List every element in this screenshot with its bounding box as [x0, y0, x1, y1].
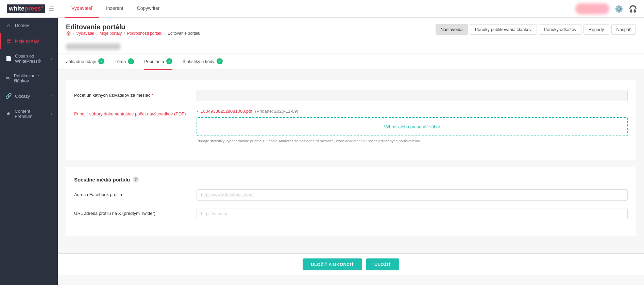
sidebar: ⌂ Domov ☰ Moje portály 📄 Obsah od WhiteP… — [0, 18, 58, 285]
nav-tabs: Vydavateľ Inzerent Copywriter — [65, 0, 575, 18]
info-icon[interactable]: ? — [133, 176, 139, 183]
hamburger-icon[interactable]: ☰ — [49, 5, 54, 13]
content-area: Počet unikátnych užívateľov za mesiac * … — [58, 70, 644, 253]
tab-label: Štatistiky a kódy — [183, 59, 215, 64]
form-tab-popularita[interactable]: Popularita ✓ — [144, 53, 172, 70]
sidebar-item-content-premium[interactable]: ★ Content Premium › — [0, 104, 58, 124]
file-link-row: › 160493382528081000.pdf (Pridané: 2020-… — [197, 109, 628, 114]
page-title-area: Editovanie portálu 🏠 / Vydavateľ / Moje … — [66, 23, 200, 36]
nav-tab-copywriter[interactable]: Copywriter — [130, 0, 167, 18]
sidebar-item-moje-portaly[interactable]: ☰ Moje portály — [0, 33, 58, 49]
attach-files-area: › 160493382528081000.pdf (Pridané: 2020-… — [197, 109, 628, 143]
form-tab-statistiky[interactable]: Štatistiky a kódy ✓ — [183, 53, 223, 70]
facebook-label: Adresa Facebook profilu — [74, 189, 190, 197]
tab-label: Popularita — [144, 59, 164, 64]
upload-zone[interactable]: Vybrať alebo presunúť súbor — [197, 117, 628, 136]
portal-name-blurred — [66, 44, 120, 50]
save-button[interactable]: ULOŽIŤ — [366, 258, 399, 270]
user-avatar — [575, 3, 609, 14]
file-date: (Pridané: 2020-11-09) — [255, 109, 298, 114]
social-section-title: Sociálne médiá portálu ? — [74, 176, 628, 183]
twitter-input[interactable] — [197, 208, 628, 219]
chevron-right-icon: › — [51, 94, 52, 98]
breadcrumb-vydavatel[interactable]: Vydavateľ — [76, 31, 94, 36]
save-end-button[interactable]: ULOŽIŤ A UKONČIŤ — [303, 258, 362, 270]
unique-users-row: Počet unikátnych užívateľov za mesiac * — [74, 90, 628, 101]
nav-tab-inzerent[interactable]: Inzerent — [99, 0, 130, 18]
nav-right: ⚙️ 🎧 — [575, 3, 637, 14]
sidebar-item-label: Moje portály — [15, 38, 39, 44]
twitter-label: URL adresa profilu na X (predtým Twitter… — [74, 208, 190, 216]
premium-icon: ★ — [5, 111, 11, 117]
check-icon-tema: ✓ — [128, 58, 134, 64]
nav-tab-vydavatel[interactable]: Vydavateľ — [65, 0, 99, 18]
content-icon: 📄 — [5, 56, 12, 62]
portal-name-row — [58, 40, 644, 53]
breadcrumb-moje-portaly[interactable]: Moje portály — [100, 31, 122, 36]
chevron-right-icon: › — [51, 112, 52, 116]
upload-hint: Pridajte štatistiky vygenerované priamo … — [197, 139, 628, 143]
page-title: Editovanie portálu — [66, 23, 200, 31]
twitter-input-area — [197, 208, 628, 219]
sidebar-item-obsah[interactable]: 📄 Obsah od WhitePress® › — [0, 49, 58, 68]
breadcrumb-podrobnosti[interactable]: Podrobnosti portálu — [127, 31, 163, 36]
tab-reporty[interactable]: Reporty — [583, 24, 609, 35]
sidebar-item-label: Content Premium — [15, 109, 48, 119]
sidebar-item-odkazy[interactable]: 🔗 Odkazy › — [0, 88, 58, 104]
tab-ponuky-odkazov[interactable]: Ponuky odkazov — [539, 24, 581, 35]
headset-icon[interactable]: 🎧 — [629, 5, 637, 13]
check-icon-popularita: ✓ — [166, 58, 172, 64]
breadcrumb-home-icon: 🏠 — [66, 31, 71, 36]
facebook-input-area — [197, 189, 628, 201]
portals-icon: ☰ — [5, 38, 12, 44]
page-header: Editovanie portálu 🏠 / Vydavateľ / Moje … — [58, 18, 644, 40]
page-header-top: Editovanie portálu 🏠 / Vydavateľ / Moje … — [66, 23, 636, 36]
file-chevron-icon: › — [197, 109, 198, 114]
publishing-icon: ✏ — [5, 75, 11, 81]
breadcrumb-current: Editovanie portálu — [168, 31, 200, 36]
form-tab-tema[interactable]: Téma ✓ — [115, 53, 134, 70]
sidebar-item-label: Odkazy — [15, 94, 30, 99]
twitter-row: URL adresa profilu na X (predtým Twitter… — [74, 208, 628, 219]
social-media-section: Sociálne médiá portálu ? Adresa Facebook… — [66, 167, 636, 236]
unique-users-section: Počet unikátnych užívateľov za mesiac * … — [66, 80, 636, 160]
chevron-right-icon: › — [51, 57, 52, 61]
top-navigation: whitepress® ☰ Vydavateľ Inzerent Copywri… — [0, 0, 644, 18]
sidebar-item-label: Publikovanie článkov — [14, 73, 48, 83]
chevron-right-icon: › — [51, 77, 52, 80]
tab-nastavenia[interactable]: Nastavenia — [436, 24, 468, 35]
form-tabs-row: Základné údaje ✓ Téma ✓ Popularita ✓ Šta… — [58, 53, 644, 70]
home-icon: ⌂ — [5, 22, 12, 28]
sidebar-item-domov[interactable]: ⌂ Domov — [0, 18, 58, 33]
logo-area: whitepress® ☰ — [7, 4, 65, 13]
breadcrumb: 🏠 / Vydavateľ / Moje portály / Podrobnos… — [66, 31, 200, 36]
form-tab-zakladne[interactable]: Základné údaje ✓ — [66, 53, 104, 70]
sidebar-item-label: Obsah od WhitePress® — [15, 53, 48, 64]
main-layout: ⌂ Domov ☰ Moje portály 📄 Obsah od WhiteP… — [0, 18, 644, 285]
links-icon: 🔗 — [5, 93, 12, 99]
tab-ponuky-clankov[interactable]: Ponuky publikovania článkov — [470, 24, 537, 35]
upload-zone-text: Vybrať alebo presunúť súbor — [384, 124, 440, 129]
sidebar-item-publikovanie[interactable]: ✏ Publikovanie článkov › — [0, 68, 58, 88]
attach-files-row: Pripojiť súbory dokumentujúce počet návš… — [74, 109, 628, 143]
check-icon-statistiky: ✓ — [217, 58, 223, 64]
unique-users-input-area — [197, 90, 628, 101]
logo: whitepress® — [7, 4, 45, 13]
sidebar-item-label: Domov — [15, 23, 29, 28]
save-bar: ULOŽIŤ A UKONČIŤ ULOŽIŤ — [58, 253, 644, 275]
required-marker: * — [152, 93, 153, 98]
attach-files-label: Pripojiť súbory dokumentujúce počet návš… — [74, 109, 190, 116]
facebook-input[interactable] — [197, 189, 628, 201]
tab-label: Téma — [115, 59, 126, 64]
action-tabs-area: Nastavenia Ponuky publikovania článkov P… — [436, 24, 636, 35]
settings-icon[interactable]: ⚙️ — [615, 5, 623, 13]
unique-users-input[interactable] — [197, 90, 628, 101]
unique-users-label: Počet unikátnych užívateľov za mesiac * — [74, 90, 190, 98]
back-button[interactable]: Naspäť — [611, 24, 636, 35]
facebook-row: Adresa Facebook profilu — [74, 189, 628, 201]
check-icon-zakladne: ✓ — [98, 58, 104, 64]
file-link[interactable]: 160493382528081000.pdf — [201, 109, 252, 114]
main-content: Editovanie portálu 🏠 / Vydavateľ / Moje … — [58, 18, 644, 285]
tab-label: Základné údaje — [66, 59, 96, 64]
